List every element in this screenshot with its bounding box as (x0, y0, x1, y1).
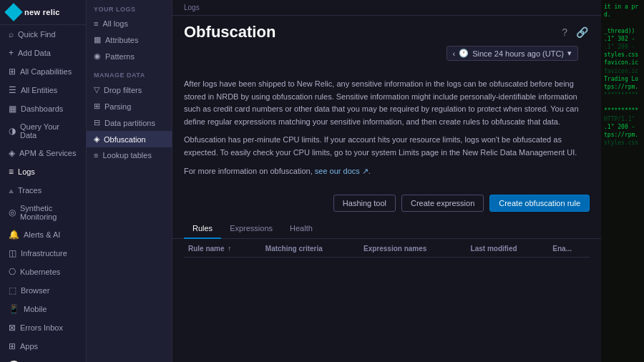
terminal-line (604, 19, 641, 26)
query-icon: ◑ (9, 126, 16, 136)
mid-item-label: Drop filters (104, 86, 142, 94)
tab-rules[interactable]: Rules (184, 219, 221, 239)
info-paragraph-3: For more information on obfuscation, see… (184, 165, 590, 178)
tab-health[interactable]: Health (281, 219, 321, 239)
terminal-line: tps://rpm. (604, 131, 641, 139)
rules-table: Rule name ↑ Matching criteria Expression… (184, 239, 590, 258)
sidebar-item-kubernetes[interactable]: ⎔ Kubernetes (1, 263, 84, 281)
sidebar-item-alerts-ai[interactable]: 🔔 Alerts & AI (1, 225, 84, 244)
dashboards-icon: ▦ (9, 104, 16, 114)
synthetic-icon: ◎ (9, 207, 16, 217)
drop-filters-icon: ▽ (94, 85, 99, 94)
logo-diamond-icon (4, 3, 22, 21)
alerts-icon: 🔔 (9, 230, 19, 240)
quick-find-icon: ⌕ (9, 29, 14, 39)
chevron-left-icon: ‹ (453, 49, 456, 58)
apps-icon: ⊞ (9, 341, 16, 351)
mid-item-patterns[interactable]: ◉ Patterns (87, 48, 172, 64)
content-header: Obfuscation ? 🔗 (172, 16, 601, 46)
sidebar-item-all-capabilities[interactable]: ⊞ All Capabilities (1, 62, 84, 81)
sidebar-item-discussions[interactable]: 💬 Discussions (1, 356, 84, 362)
sidebar-item-infrastructure[interactable]: ◫ Infrastructure (1, 244, 84, 263)
sidebar-item-label: All Capabilities (20, 67, 77, 76)
sidebar-item-mobile[interactable]: 📱 Mobile (1, 300, 84, 318)
terminal-line: .1" 200 - (604, 43, 641, 51)
hashing-tool-button[interactable]: Hashing tool (333, 195, 396, 212)
sidebar-item-apm-services[interactable]: ◈ APM & Services (1, 144, 84, 162)
sidebar-item-label: Alerts & AI (24, 230, 77, 239)
action-bar: Hashing tool Create expression Create ob… (172, 192, 601, 219)
terminal-line: ********** (604, 107, 641, 114)
sidebar-item-label: Dashboards (21, 104, 77, 113)
sidebar-item-dashboards[interactable]: ▦ Dashboards (1, 99, 84, 118)
data-partitions-icon: ⊟ (94, 118, 100, 127)
parsing-icon: ⊞ (94, 102, 100, 111)
terminal-line: styles.css (604, 51, 641, 59)
add-data-icon: + (9, 48, 14, 58)
create-obfuscation-rule-button[interactable]: Create obfuscation rule (489, 195, 590, 212)
mid-item-data-partitions[interactable]: ⊟ Data partitions (87, 114, 172, 131)
manage-data-section-label: MANAGE DATA (87, 64, 172, 82)
sidebar-item-label: Logs (18, 167, 77, 176)
create-expression-button[interactable]: Create expression (401, 195, 484, 212)
sort-asc-icon: ↑ (228, 245, 231, 253)
tab-expressions[interactable]: Expressions (221, 219, 281, 239)
traces-icon: ⟁ (9, 185, 14, 195)
sidebar-item-query-your-data[interactable]: ◑ Query Your Data (1, 118, 84, 144)
mid-item-label: Obfuscation (104, 135, 146, 144)
sidebar-item-label: Browser (21, 286, 77, 295)
help-button[interactable]: ? (560, 25, 569, 39)
mid-item-drop-filters[interactable]: ▽ Drop filters (87, 82, 172, 98)
terminal-line (604, 99, 641, 107)
sidebar-item-label: Synthetic Monitoring (20, 204, 77, 221)
mid-item-parsing[interactable]: ⊞ Parsing (87, 98, 172, 114)
terminal-line: favicon.ic (604, 59, 641, 67)
sidebar-item-label: APM & Services (19, 149, 77, 157)
terminal-line: HTTP/1.1" (604, 115, 641, 123)
time-selector[interactable]: ‹ 🕐 Since 24 hours ago (UTC) ▾ (447, 46, 578, 61)
column-matching-criteria[interactable]: Matching criteria (261, 239, 359, 258)
sidebar-item-quick-find[interactable]: ⌕ Quick Find (1, 25, 84, 44)
mid-item-label: Patterns (105, 52, 135, 61)
breadcrumb-logs-link[interactable]: Logs (184, 4, 200, 11)
column-rule-name[interactable]: Rule name ↑ (184, 239, 261, 258)
sidebar-item-traces[interactable]: ⟁ Traces (1, 181, 84, 200)
mid-item-label: All logs (102, 19, 127, 28)
mid-item-obfuscation[interactable]: ◈ Obfuscation (87, 131, 172, 147)
docs-link[interactable]: see our docs ↗ (315, 167, 369, 175)
info-paragraph-1: After logs have been shipped to New Reli… (184, 78, 590, 128)
sidebar-item-logs[interactable]: ≡ Logs (1, 162, 84, 181)
sidebar-item-label: Errors Inbox (20, 323, 77, 332)
patterns-icon: ◉ (94, 52, 101, 61)
column-enabled[interactable]: Ena... (548, 239, 590, 258)
sidebar-item-errors-inbox[interactable]: ⊠ Errors Inbox (1, 318, 84, 337)
mid-item-attributes[interactable]: ▦ Attributes (87, 31, 172, 48)
sidebar-item-label: Query Your Data (20, 122, 77, 140)
terminal-line: favicon.ic (604, 67, 641, 75)
logo-text: new relic (24, 8, 60, 16)
sidebar-item-browser[interactable]: ⬚ Browser (1, 281, 84, 300)
clock-icon: 🕐 (459, 49, 469, 58)
mid-item-lookup-tables[interactable]: ≡ Lookup tables (87, 147, 172, 163)
column-last-modified[interactable]: Last modified (467, 239, 549, 258)
all-entities-icon: ☰ (9, 85, 16, 95)
info-section: After logs have been shipped to New Reli… (172, 72, 601, 192)
terminal-line: ********** (604, 91, 641, 99)
link-button[interactable]: 🔗 (575, 25, 590, 39)
your-logs-section-label: YOUR LOGS (87, 0, 172, 16)
kubernetes-icon: ⎔ (9, 267, 16, 277)
terminal-line: it in a pr (604, 3, 641, 11)
sidebar-item-all-entities[interactable]: ☰ All Entities (1, 81, 84, 99)
attributes-icon: ▦ (94, 35, 101, 44)
mid-item-all-logs[interactable]: ≡ All logs (87, 16, 172, 31)
mobile-icon: 📱 (9, 304, 19, 314)
mid-item-label: Data partitions (104, 119, 155, 127)
sidebar-item-label: Apps (20, 342, 77, 351)
errors-inbox-icon: ⊠ (9, 323, 16, 333)
sidebar-item-add-data[interactable]: + Add Data (1, 44, 84, 62)
sidebar-item-apps[interactable]: ⊞ Apps (1, 337, 84, 356)
sidebar-item-synthetic-monitoring[interactable]: ◎ Synthetic Monitoring (1, 200, 84, 225)
terminal-line: tps://rpm. (604, 83, 641, 91)
column-expression-names[interactable]: Expression names (359, 239, 467, 258)
info-paragraph-2: Obfuscation has per-minute CPU limits. I… (184, 134, 590, 159)
